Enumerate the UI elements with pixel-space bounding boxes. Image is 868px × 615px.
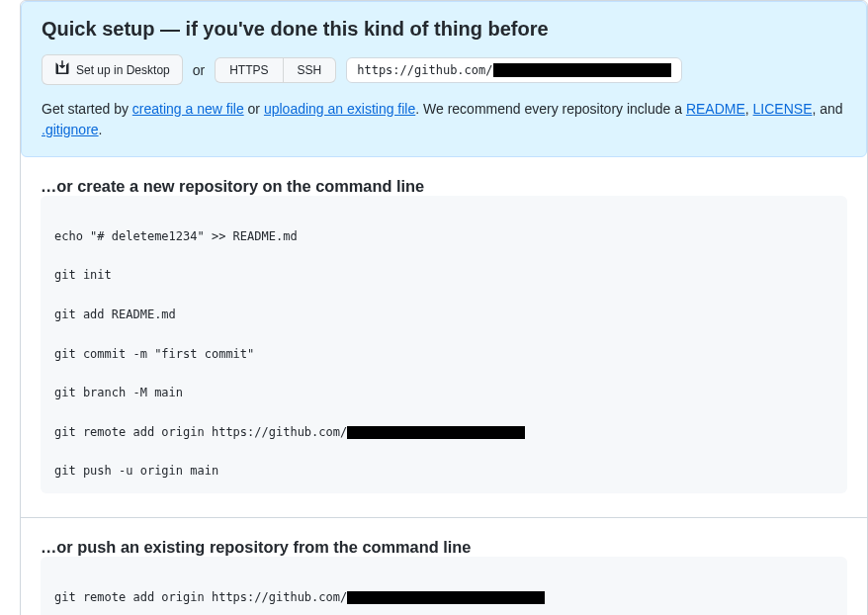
- gitignore-link[interactable]: .gitignore: [42, 122, 99, 137]
- redacted-repo-path: [493, 63, 672, 77]
- quick-setup-panel: Quick setup — if you've done this kind o…: [21, 1, 867, 157]
- setup-in-desktop-button[interactable]: Set up in Desktop: [42, 54, 183, 85]
- push-repo-title: …or push an existing repository from the…: [41, 538, 847, 557]
- setup-desktop-label: Set up in Desktop: [76, 63, 170, 77]
- redacted-remote-url-2: [347, 591, 545, 604]
- create-repo-code[interactable]: echo "# deleteme1234" >> README.md git i…: [41, 196, 847, 493]
- protocol-toggle: HTTPS SSH: [215, 57, 336, 83]
- create-repo-title: …or create a new repository on the comma…: [41, 177, 847, 196]
- quick-setup-title: Quick setup — if you've done this kind o…: [42, 18, 846, 41]
- desktop-download-icon: [54, 60, 70, 79]
- push-repo-code[interactable]: git remote add origin https://github.com…: [41, 557, 847, 615]
- quick-setup-help-text: Get started by creating a new file or up…: [42, 99, 846, 140]
- create-new-file-link[interactable]: creating a new file: [132, 101, 244, 117]
- redacted-remote-url: [347, 426, 525, 439]
- license-link[interactable]: LICENSE: [753, 101, 813, 117]
- clone-url-input[interactable]: https://github.com/: [346, 57, 682, 83]
- ssh-button[interactable]: SSH: [283, 57, 337, 83]
- readme-link[interactable]: README: [686, 101, 745, 117]
- upload-file-link[interactable]: uploading an existing file: [264, 101, 415, 117]
- https-button[interactable]: HTTPS: [215, 57, 282, 83]
- create-repo-section: …or create a new repository on the comma…: [21, 157, 867, 517]
- or-separator: or: [193, 62, 205, 78]
- setup-controls-row: Set up in Desktop or HTTPS SSH https://g…: [42, 54, 846, 85]
- clone-url-prefix: https://github.com/: [357, 63, 492, 77]
- push-repo-section: …or push an existing repository from the…: [21, 517, 867, 615]
